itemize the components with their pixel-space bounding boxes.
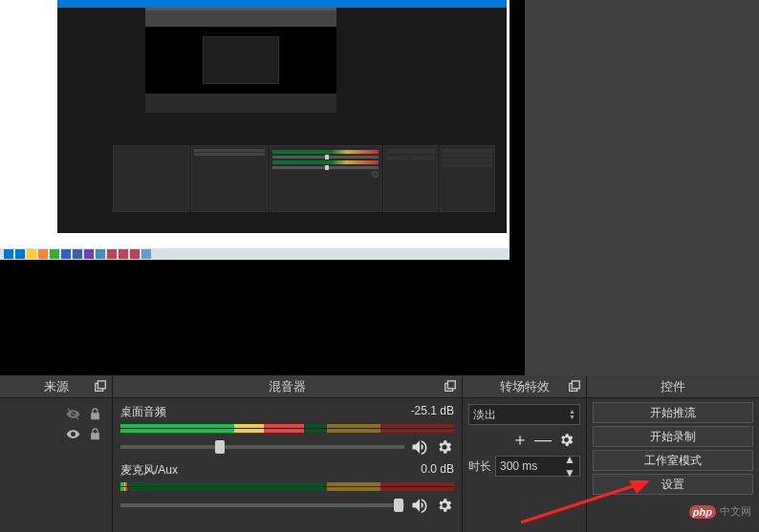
inner-bottom-panels <box>113 145 495 212</box>
popout-icon[interactable] <box>567 379 582 394</box>
add-transition-button[interactable]: ＋ <box>510 429 531 450</box>
mixer-header: 混音器 <box>113 375 462 398</box>
watermark-logo: php <box>689 505 716 519</box>
sources-title: 来源 <box>44 378 69 395</box>
volume-slider[interactable] <box>120 445 404 449</box>
vu-meter <box>120 424 454 433</box>
taskbar-icon <box>50 249 59 259</box>
speaker-icon[interactable] <box>410 496 429 515</box>
preview-inner-screenshot <box>57 0 507 233</box>
spin-arrows-icon: ▲▼ <box>564 453 575 479</box>
remove-transition-button[interactable]: — <box>532 429 553 450</box>
taskbar-icon <box>38 249 48 259</box>
transition-selected: 淡出 <box>473 407 569 423</box>
gear-icon[interactable] <box>435 437 454 457</box>
visibility-icon[interactable] <box>66 427 80 441</box>
taskbar-icon <box>4 249 13 259</box>
mixer-body: 桌面音频 -25.1 dB 麦克风/Aux 0.0 dB <box>113 398 462 532</box>
inner-browser <box>145 8 336 113</box>
taskbar-icon <box>15 249 25 259</box>
source-row[interactable] <box>4 424 108 444</box>
visibility-icon[interactable] <box>66 407 80 421</box>
preview-area <box>0 0 525 375</box>
inner-titlebar <box>57 0 507 8</box>
mixer-title: 混音器 <box>269 378 306 395</box>
svg-rect-6 <box>572 380 579 388</box>
taskbar-icon <box>130 249 140 259</box>
popout-icon[interactable] <box>443 379 458 394</box>
right-empty-strip <box>525 0 759 375</box>
taskbar-icon <box>119 249 128 259</box>
duration-value: 300 ms <box>500 459 564 473</box>
speaker-icon[interactable] <box>410 437 429 457</box>
svg-rect-1 <box>98 380 105 388</box>
mixer-channel: 麦克风/Aux 0.0 dB <box>120 460 454 515</box>
controls-header: 控件 <box>587 375 759 398</box>
start-streaming-button[interactable]: 开始推流 <box>593 402 753 423</box>
transitions-body: 淡出 ▲▼ ＋ — 时长 300 ms ▲▼ <box>463 398 586 532</box>
source-row[interactable] <box>4 404 108 424</box>
duration-spinbox[interactable]: 300 ms ▲▼ <box>495 456 580 477</box>
sources-body <box>0 398 112 532</box>
settings-button[interactable]: 设置 <box>593 474 753 495</box>
taskbar-icon <box>27 249 36 259</box>
vu-meter <box>120 482 454 491</box>
lock-icon[interactable] <box>88 407 102 421</box>
transitions-panel: 转场特效 淡出 ▲▼ ＋ — 时长 300 ms ▲▼ <box>463 375 587 532</box>
sources-header: 来源 <box>0 375 112 398</box>
channel-db: -25.1 dB <box>411 404 454 420</box>
gear-icon[interactable] <box>435 496 454 515</box>
taskbar-icon <box>107 249 117 259</box>
preview-taskbar <box>0 248 510 260</box>
bottom-dock: 来源 <box>0 375 759 532</box>
mixer-panel: 混音器 桌面音频 -25.1 dB 麦克风/Aux 0.0 dB <box>113 375 463 532</box>
taskbar-icon <box>61 249 71 259</box>
channel-name: 麦克风/Aux <box>120 462 178 479</box>
taskbar-icon <box>84 249 94 259</box>
channel-db: 0.0 dB <box>421 462 454 479</box>
dropdown-arrows-icon: ▲▼ <box>569 409 575 420</box>
transitions-header: 转场特效 <box>463 375 586 398</box>
controls-title: 控件 <box>661 378 685 395</box>
transition-select[interactable]: 淡出 ▲▼ <box>468 404 580 425</box>
taskbar-icon <box>96 249 105 259</box>
popout-icon[interactable] <box>93 379 108 394</box>
duration-label: 时长 <box>468 458 491 475</box>
transitions-title: 转场特效 <box>500 378 550 395</box>
lock-icon[interactable] <box>88 427 102 441</box>
mixer-channel: 桌面音频 -25.1 dB <box>120 402 454 457</box>
sources-panel: 来源 <box>0 375 113 532</box>
start-recording-button[interactable]: 开始录制 <box>593 426 753 447</box>
svg-rect-4 <box>447 380 455 388</box>
volume-slider[interactable] <box>120 503 404 507</box>
taskbar-icon <box>73 249 82 259</box>
taskbar-icon <box>141 249 151 259</box>
channel-name: 桌面音频 <box>120 404 166 420</box>
transition-properties-button[interactable] <box>555 429 576 450</box>
watermark: php 中文网 <box>689 504 751 519</box>
studio-mode-button[interactable]: 工作室模式 <box>593 450 753 471</box>
watermark-text: 中文网 <box>720 504 751 519</box>
